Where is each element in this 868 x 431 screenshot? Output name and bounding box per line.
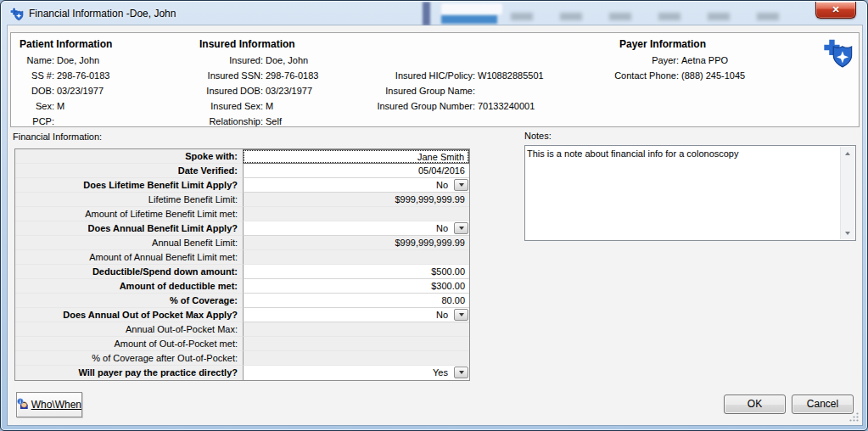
resize-grip[interactable] bbox=[848, 411, 860, 423]
field-value bbox=[244, 250, 469, 252]
chevron-down-icon[interactable] bbox=[454, 367, 468, 378]
table-row: Amount of Annual Benefit Limit met: bbox=[15, 250, 469, 265]
chevron-down-icon[interactable] bbox=[454, 309, 468, 321]
close-x-icon: ✕ bbox=[832, 4, 839, 14]
insured-hic-policy-row: Insured HIC/Policy: W10882885501 bbox=[350, 69, 563, 84]
field-value: No bbox=[244, 308, 469, 320]
field-label: Amount of deductible met: bbox=[15, 279, 243, 294]
annual-limit-met-readonly bbox=[243, 250, 469, 265]
insured-ssn-row: Insured SSN: 298-76-0183 bbox=[191, 69, 356, 84]
field-label: Spoke with: bbox=[15, 149, 243, 164]
field-label: Amount of Lifetime Benefit Limit met: bbox=[15, 207, 243, 221]
field-label: % of Coverage after Out-of-Pocket: bbox=[15, 351, 243, 366]
field-label: Insured SSN: bbox=[191, 69, 266, 84]
field-label: Amount of Annual Benefit Limit met: bbox=[15, 250, 243, 265]
financial-table: Spoke with: Jane Smith Date Verified: 05… bbox=[14, 148, 470, 381]
payer-information-section: Payer Information Payer: Aetna PPO Conta… bbox=[563, 38, 783, 84]
field-value: 298-76-0183 bbox=[57, 69, 190, 84]
field-label: Insured Group Name: bbox=[350, 84, 478, 99]
background-window-blur bbox=[423, 2, 430, 25]
deductible-met-input[interactable]: $300.00 bbox=[243, 279, 469, 294]
patient-dob-row: DOB: 03/23/1977 bbox=[16, 84, 190, 99]
demographics-panel: Patient Information Name: Doe, John SS #… bbox=[10, 32, 860, 127]
insured-group-name-row: Insured Group Name: bbox=[350, 84, 563, 99]
table-row: Amount of Out-of-Pocket met: bbox=[15, 337, 469, 351]
field-value: 05/04/2016 bbox=[244, 164, 469, 176]
patient-sex-row: Sex: M bbox=[16, 99, 190, 115]
payer-phone-row: Contact Phone: (888) 245-1045 bbox=[563, 69, 783, 84]
scroll-up-button[interactable] bbox=[841, 147, 854, 160]
patient-info-header: Patient Information bbox=[16, 38, 190, 53]
table-row: Does Annual Out of Pocket Max Apply? No bbox=[15, 308, 469, 322]
field-value: M bbox=[57, 99, 190, 115]
field-value: Aetna PPO bbox=[681, 53, 783, 69]
background-window-blur bbox=[511, 13, 799, 20]
field-value: Self bbox=[266, 115, 356, 130]
spoke-with-input[interactable]: Jane Smith bbox=[243, 149, 469, 164]
field-value bbox=[244, 351, 469, 353]
payer-info-header: Payer Information bbox=[563, 38, 783, 53]
whowhen-button[interactable]: Who\When bbox=[16, 392, 82, 417]
deductible-amount-input[interactable]: $500.00 bbox=[243, 265, 469, 279]
insured-relationship-row: Relationship: Self bbox=[191, 115, 356, 130]
coverage-after-oop-readonly bbox=[243, 351, 469, 366]
insured-sex-row: Insured Sex: M bbox=[191, 99, 356, 115]
field-label: Amount of Out-of-Pocket met: bbox=[15, 337, 243, 351]
field-label: Payer: bbox=[563, 53, 681, 69]
table-row: Amount of deductible met: $300.00 bbox=[15, 279, 469, 294]
field-value bbox=[57, 115, 190, 130]
annual-limit-apply-select[interactable]: No bbox=[243, 221, 469, 236]
field-value: No bbox=[244, 178, 469, 190]
whowhen-button-label: Who\When bbox=[31, 399, 81, 411]
background-window-blur bbox=[441, 3, 502, 14]
table-row: % of Coverage after Out-of-Pocket: bbox=[15, 351, 469, 366]
notes-label: Notes: bbox=[524, 131, 552, 141]
table-row: Annual Out-of-Pocket Max: bbox=[15, 322, 469, 337]
lifetime-limit-readonly: $999,999,999.99 bbox=[243, 193, 469, 207]
policy-information-section: Insured HIC/Policy: W10882885501 Insured… bbox=[350, 69, 563, 115]
notes-textarea[interactable]: This is a note about financial info for … bbox=[524, 145, 856, 241]
field-label: Relationship: bbox=[191, 115, 266, 130]
notes-scrollbar[interactable] bbox=[840, 147, 854, 239]
scroll-down-button[interactable] bbox=[841, 227, 854, 239]
ok-button[interactable]: OK bbox=[724, 395, 786, 414]
field-value: Doe, John bbox=[57, 53, 190, 69]
title-bar[interactable]: Financial Information -Doe, John ✕ bbox=[2, 2, 866, 25]
date-verified-input[interactable]: 05/04/2016 bbox=[243, 164, 469, 178]
person-info-icon bbox=[17, 398, 31, 411]
field-value: Jane Smith bbox=[244, 150, 468, 162]
field-label: Annual Out-of-Pocket Max: bbox=[15, 322, 243, 337]
table-row: % of Coverage: 80.00 bbox=[15, 294, 469, 308]
patient-pcp-row: PCP: bbox=[16, 115, 190, 130]
field-label: Deductible/Spend down amount: bbox=[15, 265, 243, 279]
coverage-percent-input[interactable]: 80.00 bbox=[243, 294, 469, 308]
field-value: $999,999,999.99 bbox=[244, 193, 469, 204]
dialog-window: Financial Information -Doe, John ✕ Patie… bbox=[0, 0, 868, 431]
window-title: Financial Information -Doe, John bbox=[29, 8, 176, 20]
field-label: Annual Benefit Limit: bbox=[15, 236, 243, 250]
field-value bbox=[244, 207, 469, 209]
field-label: Will payer pay the practice directly? bbox=[15, 366, 243, 380]
cancel-button[interactable]: Cancel bbox=[792, 395, 854, 414]
field-label: Contact Phone: bbox=[563, 69, 681, 84]
chevron-down-icon[interactable] bbox=[454, 179, 468, 191]
field-value: M bbox=[266, 99, 356, 115]
field-label: Insured HIC/Policy: bbox=[350, 69, 478, 84]
field-value: 80.00 bbox=[244, 294, 469, 305]
field-label: Insured Sex: bbox=[191, 99, 266, 115]
field-label: DOB: bbox=[16, 84, 57, 99]
field-label: SS #: bbox=[16, 69, 57, 84]
payer-direct-select[interactable]: Yes bbox=[243, 366, 469, 380]
close-button[interactable]: ✕ bbox=[815, 2, 856, 19]
table-row: Date Verified: 05/04/2016 bbox=[15, 164, 469, 178]
field-value: $300.00 bbox=[244, 279, 469, 291]
insured-name-row: Insured: Doe, John bbox=[191, 53, 356, 69]
field-label: Date Verified: bbox=[15, 164, 243, 178]
chevron-down-icon[interactable] bbox=[454, 222, 468, 234]
insured-group-number-row: Insured Group Number: 70133240001 bbox=[350, 99, 563, 115]
oop-met-readonly bbox=[243, 337, 469, 351]
field-label: Lifetime Benefit Limit: bbox=[15, 193, 243, 207]
table-row: Lifetime Benefit Limit: $999,999,999.99 bbox=[15, 193, 469, 207]
oop-max-apply-select[interactable]: No bbox=[243, 308, 469, 322]
lifetime-limit-apply-select[interactable]: No bbox=[243, 178, 469, 193]
